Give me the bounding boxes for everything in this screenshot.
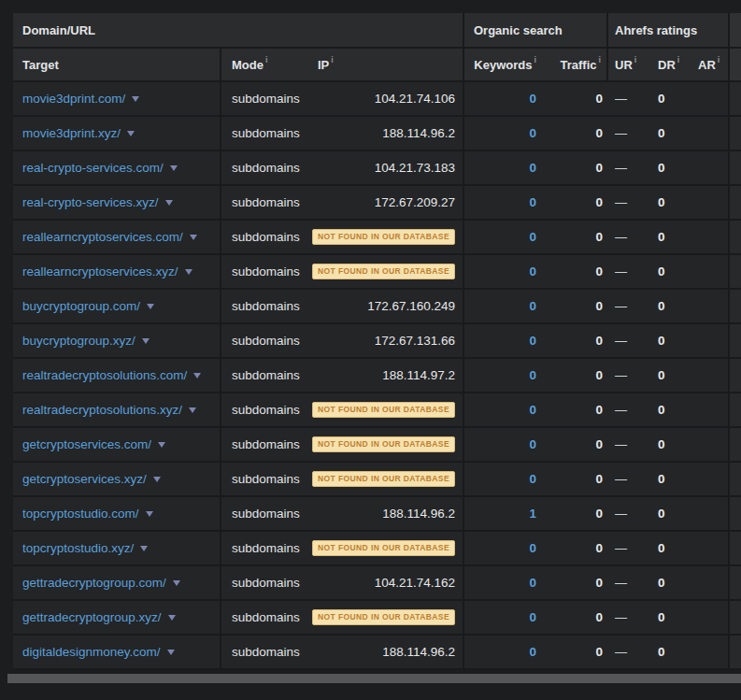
traffic-value: 0 (595, 195, 603, 209)
caret-down-icon[interactable] (147, 304, 154, 309)
keywords-value[interactable]: 0 (529, 299, 536, 313)
horizontal-scrollbar[interactable] (0, 673, 741, 684)
keywords-value[interactable]: 1 (529, 507, 536, 521)
keywords-value[interactable]: 0 (529, 368, 536, 382)
caret-down-icon[interactable] (189, 407, 196, 413)
col-header-keywords[interactable]: Keywordsi (464, 49, 542, 80)
col-header-ip[interactable]: IPi (308, 49, 464, 80)
keywords-value[interactable]: 0 (529, 230, 536, 244)
ar-cell (689, 151, 730, 184)
traffic-value: 0 (595, 230, 603, 244)
ar-cell (689, 463, 730, 495)
target-cell: digitaldesignmoney.com/ (13, 636, 221, 668)
keywords-value[interactable]: 0 (529, 437, 536, 451)
dr-cell: 0 (648, 255, 689, 288)
dr-value: 0 (658, 92, 665, 106)
keywords-value[interactable]: 0 (529, 92, 536, 106)
scrollbar-thumb[interactable] (7, 674, 741, 683)
table-row: reallearncryptoservices.xyz/ subdomains … (13, 255, 741, 290)
target-link[interactable]: topcryptostudio.xyz/ (22, 541, 134, 555)
col-header-ur[interactable]: URi (608, 49, 648, 80)
ur-value: — (615, 161, 627, 175)
ip-cell: NOT FOUND IN OUR DATABASE (308, 221, 464, 253)
col-header-mode[interactable]: Modei (221, 49, 308, 80)
dr-value: 0 (658, 645, 665, 659)
target-link[interactable]: gettradecryptogroup.com/ (22, 576, 166, 590)
col-header-ar[interactable]: ARi (689, 49, 730, 80)
ur-value: — (615, 230, 627, 244)
keywords-value[interactable]: 0 (529, 541, 536, 555)
caret-down-icon[interactable] (190, 235, 197, 240)
keywords-value[interactable]: 0 (529, 126, 536, 140)
caret-down-icon[interactable] (140, 546, 148, 551)
keywords-cell: 0 (464, 117, 542, 150)
target-link[interactable]: buycryptogroup.com/ (22, 299, 140, 313)
caret-down-icon[interactable] (142, 338, 150, 344)
keywords-value[interactable]: 0 (529, 610, 536, 624)
caret-down-icon[interactable] (165, 200, 173, 206)
caret-down-icon[interactable] (132, 96, 139, 102)
keywords-value[interactable]: 0 (529, 645, 536, 659)
caret-down-icon[interactable] (146, 511, 153, 517)
ip-value: 188.114.97.2 (382, 368, 455, 382)
col-header-traffic[interactable]: Traffici (542, 49, 608, 80)
caret-down-icon[interactable] (193, 373, 201, 379)
target-link[interactable]: buycryptogroup.xyz/ (22, 334, 135, 348)
mode-value: subdomains (232, 230, 300, 244)
mode-cell: subdomains (221, 186, 308, 219)
target-link[interactable]: reallearncryptoservices.com/ (22, 230, 183, 244)
partial-column-cell (730, 186, 741, 219)
info-icon[interactable]: i (634, 55, 637, 64)
target-link[interactable]: reallearncryptoservices.xyz/ (22, 264, 178, 279)
keywords-value[interactable]: 0 (529, 264, 536, 279)
keywords-value[interactable]: 0 (529, 334, 536, 348)
target-cell: real-crypto-services.com/ (13, 151, 221, 184)
col-header-ar-label: AR (698, 58, 716, 72)
target-link[interactable]: topcryptostudio.com/ (22, 507, 139, 521)
caret-down-icon[interactable] (185, 269, 192, 275)
caret-down-icon[interactable] (168, 615, 176, 621)
ip-cell: 104.21.74.162 NOT FOUND IN OUR DATABASE (308, 566, 464, 599)
dr-cell: 0 (648, 428, 689, 461)
target-link[interactable]: getcryptoservices.xyz/ (22, 472, 147, 486)
target-cell: reallearncryptoservices.com/ (13, 221, 221, 253)
target-cell: reallearncryptoservices.xyz/ (13, 255, 221, 288)
table-row: movie3dprint.xyz/ subdomains 188.114.96.… (13, 117, 741, 151)
info-icon[interactable]: i (265, 55, 268, 64)
target-link[interactable]: movie3dprint.com/ (22, 92, 125, 106)
caret-down-icon[interactable] (173, 580, 180, 586)
target-cell: topcryptostudio.xyz/ (13, 532, 221, 564)
keywords-value[interactable]: 0 (529, 403, 536, 417)
keywords-value[interactable]: 0 (529, 161, 536, 175)
traffic-cell: 0 (542, 151, 608, 184)
info-icon[interactable]: i (331, 55, 334, 64)
info-icon[interactable]: i (718, 55, 720, 64)
ip-value: 172.67.160.249 (367, 299, 455, 313)
info-icon[interactable]: i (534, 55, 536, 64)
target-link[interactable]: digitaldesignmoney.com/ (22, 645, 161, 659)
target-link[interactable]: real-crypto-services.xyz/ (22, 195, 159, 209)
target-link[interactable]: gettradecryptogroup.xyz/ (22, 610, 162, 624)
keywords-value[interactable]: 0 (529, 195, 536, 209)
ip-cell: 188.114.96.2 NOT FOUND IN OUR DATABASE (308, 636, 464, 668)
keywords-value[interactable]: 0 (529, 576, 536, 590)
caret-down-icon[interactable] (127, 131, 135, 136)
col-header-dr[interactable]: DRi (648, 49, 689, 80)
target-cell: gettradecryptogroup.com/ (13, 566, 221, 599)
target-link[interactable]: realtradecryptosolutions.com/ (22, 368, 187, 382)
info-icon[interactable]: i (677, 55, 680, 64)
target-link[interactable]: real-crypto-services.com/ (22, 161, 164, 175)
info-icon[interactable]: i (598, 55, 601, 64)
mode-cell: subdomains (221, 393, 308, 426)
target-link[interactable]: realtradecryptosolutions.xyz/ (22, 403, 182, 417)
keywords-value[interactable]: 0 (529, 472, 536, 486)
mode-value: subdomains (232, 92, 300, 106)
caret-down-icon[interactable] (158, 442, 165, 448)
target-link[interactable]: movie3dprint.xyz/ (22, 126, 121, 140)
caret-down-icon[interactable] (170, 165, 178, 171)
col-header-target[interactable]: Target (13, 49, 221, 80)
target-link[interactable]: getcryptoservices.com/ (22, 437, 151, 451)
caret-down-icon[interactable] (167, 650, 175, 655)
ur-cell: — (608, 463, 648, 495)
caret-down-icon[interactable] (153, 477, 161, 482)
